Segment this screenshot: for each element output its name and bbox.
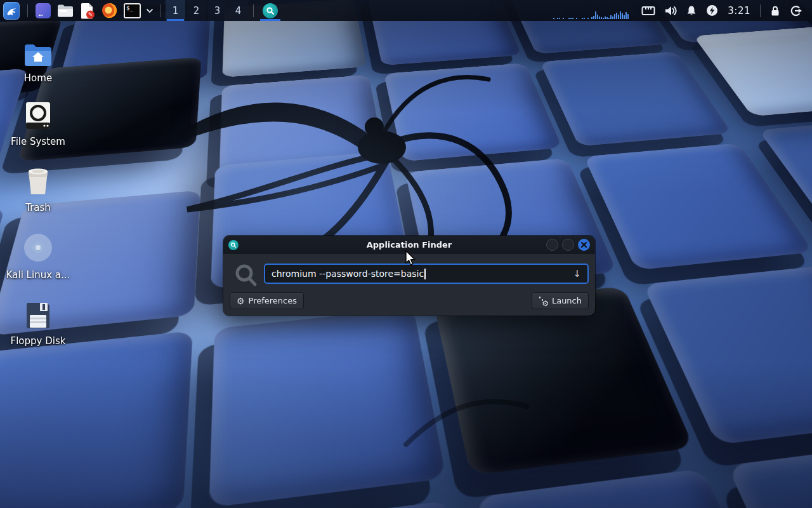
lock-icon	[769, 5, 781, 17]
window-app-icon	[36, 3, 51, 18]
panel-right-group: 3:21	[553, 0, 812, 21]
power-manager-icon	[706, 4, 718, 17]
workspace-2-button[interactable]: 2	[187, 0, 206, 21]
lock-screen-button[interactable]	[765, 0, 785, 21]
window-title: Application Finder	[223, 240, 595, 250]
search-input-value: chromium --password-store=basic	[272, 269, 424, 279]
launcher-firefox[interactable]	[98, 0, 121, 21]
desktop-icon-label: Trash	[25, 202, 51, 213]
workspace-pager: 1 2 3 4	[165, 0, 249, 21]
desktop-icon-label: File System	[11, 136, 65, 147]
workspace-4-button[interactable]: 4	[228, 0, 248, 21]
svg-text:✎: ✎	[88, 11, 93, 18]
terminal-prompt-glyph: $_	[126, 5, 133, 11]
desktop-icon-label: Kali Linux a...	[6, 269, 70, 281]
desktop-icon-label: Floppy Disk	[11, 335, 66, 347]
workspace-number: 3	[214, 5, 221, 17]
mouse-cursor	[404, 250, 418, 267]
panel-clock[interactable]: 3:21	[723, 5, 756, 17]
firefox-icon	[102, 3, 117, 18]
terminal-dropdown-button[interactable]	[144, 0, 155, 21]
launch-run-icon: ⚙	[539, 296, 548, 305]
close-button[interactable]	[578, 239, 590, 251]
desktop-icon-filesystem[interactable]: File System	[6, 100, 70, 147]
network-monitor-graph[interactable]	[553, 3, 631, 19]
panel-separator	[253, 4, 254, 17]
workspace-number: 2	[193, 5, 200, 17]
top-panel: ✎ $_ 1 2 3	[0, 0, 812, 21]
desktop-icon-label: Home	[24, 72, 52, 84]
panel-left-group: ✎ $_ 1 2 3	[0, 0, 282, 21]
minimize-button[interactable]	[546, 239, 558, 251]
launcher-window-app[interactable]	[32, 0, 54, 21]
launch-button[interactable]: ⚙ Launch	[532, 292, 589, 309]
filesystem-drive-icon	[25, 100, 51, 130]
bell-icon	[686, 5, 697, 17]
desktop-icon-kali-cd[interactable]: Kali Linux a...	[6, 234, 70, 281]
launch-button-label: Launch	[552, 296, 582, 305]
panel-separator	[160, 4, 160, 17]
home-folder-icon	[23, 37, 53, 66]
power-manager-tray-button[interactable]	[702, 0, 723, 21]
search-icon	[233, 263, 259, 288]
preferences-button[interactable]: ⚙ Preferences	[230, 292, 304, 309]
gear-icon: ⚙	[237, 297, 245, 305]
terminal-icon: $_	[124, 3, 141, 18]
app-finder-icon	[263, 3, 278, 18]
app-finder-taskbar-button[interactable]	[258, 0, 282, 21]
volume-icon	[664, 5, 677, 17]
notifications-tray-button[interactable]	[681, 0, 702, 21]
dropdown-arrow-icon[interactable]: ↓	[573, 268, 581, 279]
workspace-number: 1	[173, 5, 179, 17]
dialog-button-row: ⚙ Preferences ⚙ Launch	[230, 292, 589, 309]
workspace-1-button[interactable]: 1	[166, 0, 185, 21]
preferences-button-label: Preferences	[249, 296, 297, 305]
kali-logo-icon	[3, 2, 20, 20]
trash-bin-icon	[25, 166, 51, 196]
desktop-icon-floppy[interactable]: Floppy Disk	[6, 300, 70, 347]
launcher-file-manager[interactable]	[54, 0, 77, 21]
network-icon	[641, 6, 655, 16]
close-icon	[581, 242, 587, 248]
text-caret	[424, 269, 426, 279]
document-edit-icon: ✎	[80, 3, 95, 19]
chevron-down-icon	[146, 8, 154, 13]
search-input[interactable]: chromium --password-store=basic ↓	[264, 264, 589, 284]
cdrom-disc-icon	[23, 234, 53, 263]
launcher-terminal[interactable]: $_	[121, 0, 144, 21]
maximize-button[interactable]	[562, 239, 574, 251]
desktop-icon-trash[interactable]: Trash	[6, 166, 70, 213]
window-controls	[546, 239, 590, 251]
floppy-disk-icon	[25, 300, 51, 329]
folder-icon	[57, 4, 74, 18]
application-finder-window: Application Finder chromium --password-s…	[223, 236, 595, 316]
workspace-3-button[interactable]: 3	[207, 0, 227, 21]
logout-button[interactable]	[785, 0, 807, 21]
volume-tray-button[interactable]	[660, 0, 681, 21]
panel-separator	[760, 4, 761, 17]
panel-separator	[27, 4, 28, 17]
workspace-number: 4	[235, 5, 242, 17]
logout-icon	[790, 5, 802, 17]
applications-menu-button[interactable]	[0, 0, 23, 21]
desktop-icon-home[interactable]: Home	[6, 37, 70, 84]
network-tray-button[interactable]	[637, 0, 660, 21]
launcher-text-editor[interactable]: ✎	[77, 0, 98, 21]
